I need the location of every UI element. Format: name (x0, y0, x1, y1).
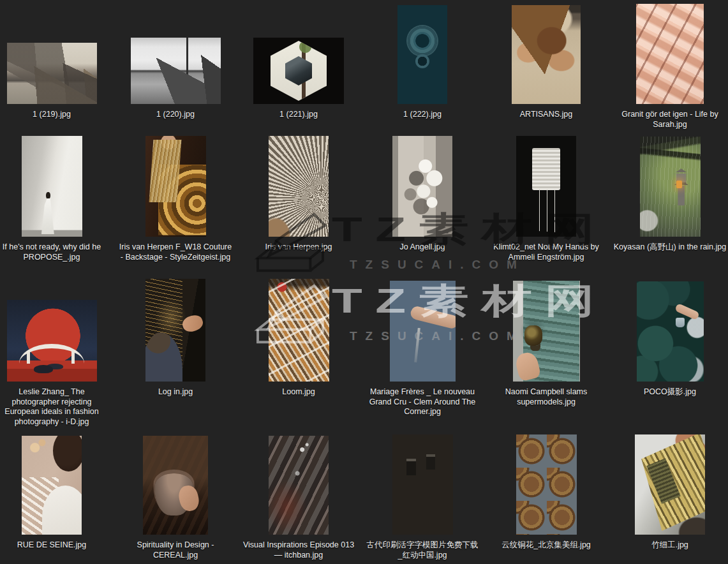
file-item[interactable]: 1 (221).jpg (240, 5, 357, 120)
file-thumbnail (516, 136, 576, 237)
file-item[interactable]: Spirituality in Design - CEREAL.jpg (117, 436, 234, 560)
file-thumbnail (131, 38, 221, 104)
file-item[interactable]: 竹细工.jpg (611, 436, 728, 551)
file-thumbnail (145, 136, 206, 237)
file-item[interactable]: ARTISANS.jpg (487, 5, 605, 120)
file-name: 古代印刷活字字模图片免费下载_红动中国.jpg (365, 540, 480, 560)
file-item[interactable]: Leslie Zhang_ The photographer rejecting… (0, 279, 110, 427)
file-name: ARTISANS.jpg (489, 110, 604, 120)
thumbnail-area (487, 136, 605, 237)
file-thumbnail (512, 5, 581, 104)
file-item[interactable]: Klimt02_net Not My Hands by Ammeli Engst… (487, 136, 605, 262)
file-name: 云纹铜花_北京集美组.jpg (489, 540, 604, 551)
file-thumbnail (397, 5, 447, 104)
file-item[interactable]: Loom.jpg (240, 279, 357, 397)
thumbnail-area (487, 5, 605, 104)
thumbnail-area (487, 436, 605, 535)
thumbnail-area (117, 436, 234, 535)
file-item[interactable]: Iris van Herpen F_W18 Couture - Backstag… (117, 136, 234, 262)
file-thumbnail (7, 300, 97, 382)
file-item[interactable]: 古代印刷活字字模图片免费下载_红动中国.jpg (364, 436, 481, 560)
file-thumbnail (513, 281, 580, 382)
file-item[interactable]: If he's not ready, why did he PROPOSE_.j… (0, 136, 110, 262)
file-name: Iris van Herpen F_W18 Couture - Backstag… (118, 242, 233, 262)
file-name: Mariage Frères _ Le nouveau Grand Cru - … (365, 387, 480, 417)
file-thumbnail (390, 281, 456, 382)
file-name: Granit gör det igen - Life by Sarah.jpg (613, 110, 727, 130)
file-name: 竹细工.jpg (613, 540, 727, 551)
file-name: 1 (221).jpg (241, 110, 356, 120)
file-thumbnail (640, 137, 701, 237)
file-thumbnail (636, 4, 704, 104)
thumbnail-area (0, 436, 110, 535)
file-item[interactable]: Granit gör det igen - Life by Sarah.jpg (611, 5, 728, 130)
thumbnail-area (0, 5, 110, 104)
thumbnail-area (364, 436, 481, 535)
file-thumbnail (145, 279, 205, 382)
thumbnail-area (240, 279, 357, 382)
file-name: If he's not ready, why did he PROPOSE_.j… (0, 242, 109, 262)
file-item[interactable]: Jo Angell.jpg (364, 136, 481, 253)
file-thumbnail (269, 136, 329, 237)
file-item[interactable]: 1 (222).jpg (364, 5, 481, 120)
file-thumbnail (516, 434, 577, 535)
thumbnail-area (117, 136, 234, 237)
file-item[interactable]: 1 (219).jpg (0, 5, 110, 120)
file-name: POCO摄影.jpg (613, 387, 727, 397)
file-item[interactable]: POCO摄影.jpg (611, 279, 728, 397)
file-thumbnail (22, 436, 82, 535)
file-name: Naomi Campbell slams supermodels.jpg (489, 387, 604, 407)
thumbnail-area (240, 136, 357, 237)
file-item[interactable]: Mariage Frères _ Le nouveau Grand Cru - … (364, 279, 481, 417)
file-grid-view: 1 (219).jpg1 (220).jpg1 (221).jpg1 (222)… (0, 0, 728, 564)
file-item[interactable]: Naomi Campbell slams supermodels.jpg (487, 279, 605, 407)
file-thumbnail (143, 436, 208, 535)
file-thumbnail (269, 436, 329, 535)
file-name: Log in.jpg (118, 387, 233, 397)
file-name: Koyasan (高野山) in the rain.jpg (613, 242, 727, 253)
thumbnail-area (611, 5, 728, 104)
thumbnail-area (364, 279, 481, 382)
thumbnail-area (240, 436, 357, 535)
file-item[interactable]: Log in.jpg (117, 279, 234, 397)
file-item[interactable]: RUE DE SEINE.jpg (0, 436, 110, 551)
thumbnail-area (117, 279, 234, 382)
file-name: RUE DE SEINE.jpg (0, 540, 109, 551)
thumbnail-area (0, 136, 110, 237)
file-name: 1 (222).jpg (365, 110, 480, 120)
thumbnail-area (487, 279, 605, 382)
file-name: 1 (219).jpg (0, 110, 109, 120)
file-thumbnail (253, 38, 344, 104)
file-thumbnail (269, 279, 329, 382)
file-thumbnail (22, 136, 82, 237)
thumbnail-area (611, 436, 728, 535)
file-thumbnail (392, 136, 452, 237)
file-thumbnail (637, 281, 704, 382)
thumbnail-area (0, 279, 110, 382)
file-name: Jo Angell.jpg (365, 242, 480, 253)
thumbnail-area (240, 5, 357, 104)
thumbnail-area (611, 279, 728, 382)
file-item[interactable]: 1 (220).jpg (117, 5, 234, 120)
file-name: 1 (220).jpg (118, 110, 233, 120)
file-item[interactable]: Koyasan (高野山) in the rain.jpg (611, 136, 728, 253)
file-name: Visual Inspirations Episode 013 — itchba… (241, 540, 356, 560)
thumbnail-area (611, 136, 728, 237)
thumbnail-area (364, 5, 481, 104)
file-name: Leslie Zhang_ The photographer rejecting… (0, 387, 109, 427)
file-thumbnail (7, 43, 97, 104)
file-name: Iris van Herpen.jpg (241, 242, 356, 253)
file-name: Klimt02_net Not My Hands by Ammeli Engst… (489, 242, 604, 262)
thumbnail-area (117, 5, 234, 104)
file-item[interactable]: Visual Inspirations Episode 013 — itchba… (240, 436, 357, 560)
file-item[interactable]: Iris van Herpen.jpg (240, 136, 357, 253)
file-item[interactable]: 云纹铜花_北京集美组.jpg (487, 436, 605, 551)
file-name: Loom.jpg (241, 387, 356, 397)
file-name: Spirituality in Design - CEREAL.jpg (118, 540, 233, 560)
file-thumbnail (635, 434, 705, 535)
thumbnail-area (364, 136, 481, 237)
file-thumbnail (392, 434, 453, 535)
